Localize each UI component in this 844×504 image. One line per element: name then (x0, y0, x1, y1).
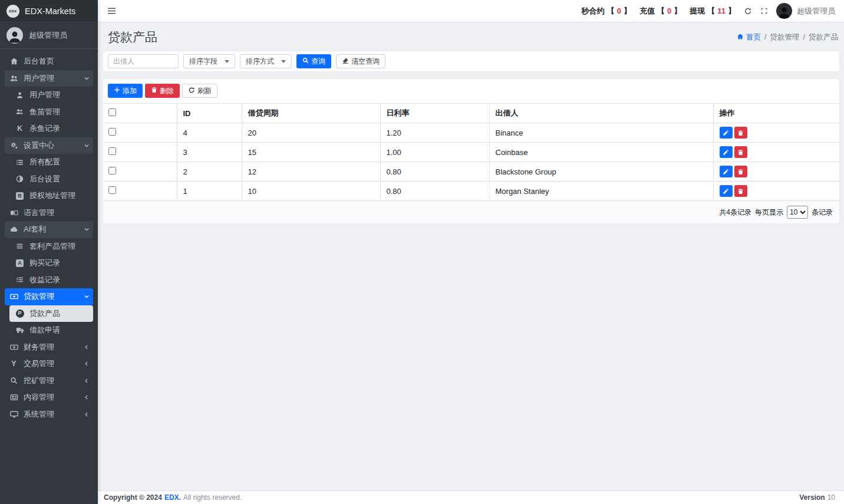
column-header-lender: 出借人 (489, 104, 713, 123)
sidebar-item-backend-settings[interactable]: 后台设置 (9, 171, 93, 188)
footer-copyright: Copyright © 2024 EDX. All rights reserve… (104, 493, 242, 502)
cell-rate: 1.00 (380, 143, 489, 162)
column-header-id: ID (177, 104, 242, 123)
sidebar-item-loan-management-group[interactable]: 贷款管理 (5, 288, 93, 305)
edit-button[interactable] (720, 185, 733, 197)
home-icon (8, 57, 19, 65)
sort-order-dropdown[interactable]: 排序方式 (240, 54, 292, 68)
edit-button[interactable] (720, 146, 733, 158)
sort-field-dropdown[interactable]: 排序字段 (183, 54, 235, 68)
sidebar-item-system-management[interactable]: 系统管理 (5, 406, 93, 423)
row-delete-button[interactable] (734, 127, 747, 139)
stat-deposit[interactable]: 充值【0】 (639, 6, 681, 17)
sidebar-menu: 后台首页 用户管理 用户管理 鱼苗管理 K 杀鱼记录 设置中心 (0, 49, 98, 427)
sidebar: EDX EDX-Markets 超级管理员 后台首页 用户管理 用户管理 (0, 0, 98, 504)
table-row: 4 20 1.20 Binance (103, 123, 839, 143)
stat-seconds-contract[interactable]: 秒合约【0】 (582, 6, 631, 17)
row-delete-button[interactable] (734, 146, 747, 158)
sidebar-item-trade-management[interactable]: Y 交易管理 (5, 355, 93, 373)
money-bill-icon (8, 343, 19, 351)
row-checkbox[interactable] (108, 186, 116, 194)
sidebar-item-user-management-group[interactable]: 用户管理 (5, 70, 93, 87)
cell-period: 15 (242, 143, 380, 162)
topbar-user-name: 超级管理员 (797, 6, 835, 17)
product-circle-icon: P (14, 309, 25, 318)
brand[interactable]: EDX EDX-Markets (0, 0, 98, 22)
sidebar-user-panel[interactable]: 超级管理员 (0, 22, 98, 49)
select-all-checkbox[interactable] (108, 108, 116, 116)
row-delete-button[interactable] (734, 166, 747, 177)
letter-a-badge-icon: A (14, 259, 25, 267)
sidebar-item-purchase-records[interactable]: A 购买记录 (9, 255, 93, 272)
sidebar-toggle-icon[interactable] (107, 6, 117, 16)
add-button[interactable]: 添加 (108, 84, 143, 98)
sidebar-item-finance-management[interactable]: 财务管理 (5, 339, 93, 356)
row-delete-button[interactable] (734, 185, 747, 197)
per-page-label: 每页显示 (755, 207, 783, 218)
sidebar-item-loan-applications[interactable]: 借款申请 (9, 322, 93, 339)
cell-lender: Blackstone Group (489, 162, 713, 182)
sidebar-item-language-management[interactable]: 语言管理 (5, 205, 93, 222)
row-checkbox[interactable] (108, 167, 116, 174)
footer-brand-link[interactable]: EDX. (164, 493, 181, 502)
row-checkbox[interactable] (108, 147, 116, 155)
cell-period: 20 (242, 123, 380, 143)
sidebar-item-dashboard[interactable]: 后台首页 (5, 53, 93, 70)
refresh-button[interactable]: 刷新 (182, 84, 217, 98)
sidebar-item-profit-records[interactable]: 收益记录 (9, 272, 93, 289)
money-bill-icon (8, 292, 19, 301)
list-icon (14, 159, 25, 166)
sidebar-item-user-admin[interactable]: 用户管理 (9, 87, 93, 104)
sidebar-item-all-config[interactable]: 所有配置 (9, 154, 93, 171)
sidebar-item-ai-arbitrage-group[interactable]: AI套利 (5, 221, 93, 238)
breadcrumb: 首页 / 贷款管理 / 贷款产品 (737, 32, 838, 42)
users-icon (14, 108, 25, 116)
fullscreen-icon[interactable] (760, 7, 768, 15)
user-avatar (6, 27, 23, 44)
cell-actions (713, 143, 839, 162)
search-button[interactable]: 查询 (296, 54, 331, 68)
sidebar-item-loan-products[interactable]: P 贷款产品 (9, 305, 93, 322)
list-check-icon (14, 276, 25, 284)
sidebar-item-arbitrage-products[interactable]: 套利产品管理 (9, 238, 93, 255)
cell-id: 2 (177, 162, 242, 182)
stat-withdraw[interactable]: 提现【11】 (690, 6, 736, 17)
cloud-icon (8, 225, 19, 233)
page-title: 贷款产品 (108, 29, 157, 45)
delete-button[interactable]: 删除 (145, 84, 180, 98)
sidebar-item-content-management[interactable]: 内容管理 (5, 389, 93, 406)
sidebar-item-fry-management[interactable]: 鱼苗管理 (9, 104, 93, 121)
breadcrumb-separator: / (803, 33, 805, 41)
cell-id: 4 (177, 123, 242, 143)
refresh-icon (188, 87, 195, 95)
per-page-select[interactable]: 10 (787, 206, 808, 219)
column-header-actions: 操作 (713, 104, 839, 123)
chevron-left-icon (84, 361, 90, 367)
sidebar-item-settings-center-group[interactable]: 设置中心 (5, 137, 93, 154)
chevron-left-icon (84, 394, 90, 400)
footer-version: Version 10 (799, 493, 835, 502)
sidebar-item-mining-management[interactable]: 挖矿管理 (5, 373, 93, 390)
eraser-icon (342, 57, 349, 66)
refresh-icon[interactable] (744, 7, 752, 15)
sidebar-item-kill-fish-records[interactable]: K 杀鱼记录 (9, 120, 93, 137)
lender-search-input[interactable] (108, 54, 179, 68)
cell-lender: Binance (489, 123, 713, 143)
search-icon (8, 377, 19, 384)
bars-icon (14, 242, 25, 250)
table-row: 2 12 0.80 Blackstone Group (103, 162, 839, 182)
total-records-text: 共4条记录 (719, 207, 751, 218)
chevron-left-icon (84, 378, 90, 384)
cell-period: 12 (242, 162, 380, 182)
edit-button[interactable] (720, 127, 733, 139)
stat-count: 0 (667, 6, 671, 15)
cell-lender: Coinbase (489, 143, 713, 162)
edit-button[interactable] (720, 166, 733, 177)
clear-search-button[interactable]: 清空查询 (336, 54, 385, 68)
breadcrumb-home-link[interactable]: 首页 (737, 32, 761, 42)
adjust-icon (14, 175, 25, 183)
sidebar-item-authorized-address[interactable]: B 授权地址管理 (9, 187, 93, 205)
topbar-user-menu[interactable]: 超级管理员 (776, 3, 835, 19)
topbar: 秒合约【0】 充值【0】 提现【11】 超级管 (98, 0, 844, 22)
row-checkbox[interactable] (108, 128, 116, 136)
